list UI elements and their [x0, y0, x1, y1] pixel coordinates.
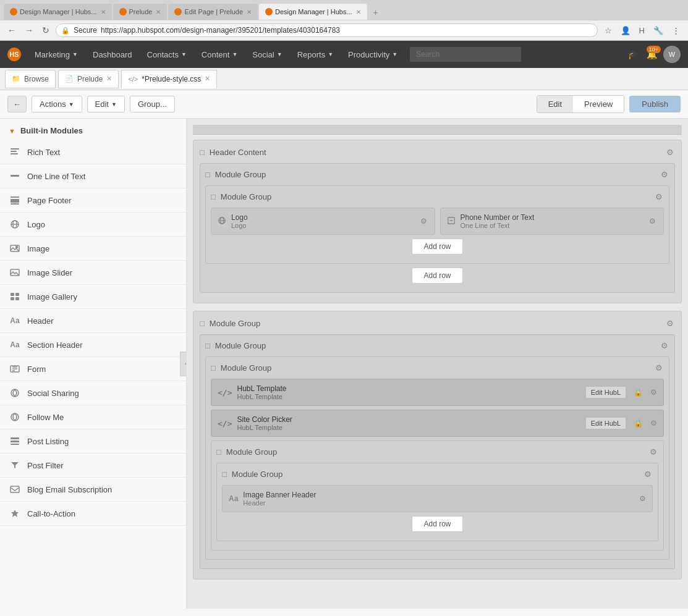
tab-close-2[interactable]: ✕: [156, 9, 161, 15]
publish-button[interactable]: Publish: [629, 96, 681, 112]
sidebar-collapse-handle[interactable]: ‹: [180, 352, 187, 376]
extension-btn-1[interactable]: H: [636, 25, 648, 36]
notification-btn[interactable]: 🔔 10+: [644, 47, 660, 62]
header-content-gear[interactable]: ⚙: [665, 146, 675, 158]
edit-button[interactable]: Edit ▼: [87, 96, 125, 112]
edit-tab-btn[interactable]: Edit: [537, 96, 573, 112]
user-avatar[interactable]: W: [663, 46, 681, 63]
inner-mg-inner-gear[interactable]: ⚙: [654, 362, 664, 374]
sidebar-item-rich-text[interactable]: Rich Text: [0, 140, 186, 164]
back-button[interactable]: ←: [7, 96, 27, 112]
browser-tab-3[interactable]: Edit Page | Prelude ✕: [168, 4, 258, 20]
sidebar-item-cta[interactable]: Call-to-Action: [0, 502, 186, 526]
nested-inner-gear[interactable]: ⚙: [643, 468, 653, 480]
refresh-btn[interactable]: ↻: [40, 24, 52, 36]
image-banner-gear[interactable]: ⚙: [639, 494, 646, 503]
file-tab-css[interactable]: </> *Prelude-style.css ✕: [121, 70, 217, 88]
horizontal-scrollbar[interactable]: [193, 125, 682, 135]
nav-contacts[interactable]: Contacts ▼: [140, 41, 194, 68]
reports-caret-icon: ▼: [328, 51, 333, 57]
nav-content[interactable]: Content ▼: [194, 41, 245, 68]
nested-mg-title: Module Group: [226, 447, 643, 457]
extension-btn-2[interactable]: 🔧: [650, 25, 666, 36]
browser-tab-2[interactable]: Prelude ✕: [113, 4, 168, 20]
nested-add-row-btn[interactable]: Add row: [412, 516, 462, 532]
nav-reports[interactable]: Reports ▼: [290, 41, 341, 68]
inner-add-row-btn[interactable]: Add row: [412, 238, 462, 255]
forward-nav-btn[interactable]: →: [22, 24, 36, 36]
back-nav-btn[interactable]: ←: [5, 24, 19, 36]
sidebar-item-blog-email[interactable]: Blog Email Subscription: [0, 478, 186, 502]
more-btn[interactable]: ⋮: [669, 25, 683, 36]
header-content-icon: □: [200, 148, 205, 157]
site-color-gear[interactable]: ⚙: [650, 419, 657, 428]
edit-preview-toggle: Edit Preview: [537, 95, 625, 113]
account-btn[interactable]: 👤: [618, 25, 634, 36]
sidebar-item-image-gallery[interactable]: Image Gallery: [0, 285, 186, 309]
tab-icon-2: [119, 8, 127, 15]
preview-tab-btn[interactable]: Preview: [573, 96, 624, 112]
image-banner-row[interactable]: Aa Image Banner Header Header ⚙: [222, 485, 653, 512]
nav-marketing[interactable]: Marketing ▼: [27, 41, 85, 68]
browser-tab-4[interactable]: Design Manager | Hubs... ✕: [259, 4, 367, 20]
nav-productivity[interactable]: Productivity ▼: [341, 41, 405, 68]
sidebar-item-form[interactable]: Form: [0, 357, 186, 381]
tab-close-3[interactable]: ✕: [247, 9, 252, 15]
section-header-icon: Aa: [9, 339, 21, 351]
tab-close-4[interactable]: ✕: [356, 9, 361, 15]
svg-rect-15: [11, 297, 14, 300]
url-text: https://app.hubspot.com/design-manager/3…: [101, 26, 340, 35]
editor-toolbar: ← Actions ▼ Edit ▼ Group... Edit Preview…: [0, 90, 688, 119]
address-bar[interactable]: 🔒 Secure https://app.hubspot.com/design-…: [56, 23, 598, 37]
module-group-gear[interactable]: ⚙: [660, 169, 669, 180]
nav-social[interactable]: Social ▼: [245, 41, 289, 68]
new-tab-btn[interactable]: +: [368, 5, 383, 20]
sidebar-item-one-line-text[interactable]: One Line of Text: [0, 164, 186, 188]
sidebar-item-logo[interactable]: Logo: [0, 213, 186, 237]
sidebar-item-image[interactable]: Image: [0, 237, 186, 261]
group-button[interactable]: Group...: [130, 96, 175, 112]
phone-number-cell[interactable]: Phone Number or Text One Line of Text ⚙: [440, 208, 665, 235]
browser-tab-1[interactable]: Design Manager | Hubs... ✕: [4, 4, 112, 20]
help-btn[interactable]: 🎓: [625, 47, 640, 62]
logo-cell-gear[interactable]: ⚙: [419, 216, 428, 227]
bookmark-btn[interactable]: ☆: [601, 25, 615, 36]
site-color-edit-btn[interactable]: Edit HubL: [585, 417, 626, 429]
brand-logo[interactable]: HS: [7, 48, 21, 61]
post-filter-label: Post Filter: [27, 461, 64, 470]
nav-dashboard[interactable]: Dashboard: [85, 41, 140, 68]
sidebar-item-header[interactable]: Aa Header: [0, 309, 186, 333]
outer-add-row-btn[interactable]: Add row: [412, 268, 462, 284]
hubl-template-edit-btn[interactable]: Edit HubL: [585, 386, 626, 399]
hubl-template-gear[interactable]: ⚙: [650, 388, 657, 397]
site-color-lock-icon: 🔒: [634, 419, 643, 428]
file-tab-browse[interactable]: 📁 Browse: [5, 70, 56, 88]
nested-mg-gear[interactable]: ⚙: [648, 446, 658, 458]
sidebar-item-page-footer[interactable]: Page Footer: [0, 188, 186, 213]
sidebar-item-post-filter[interactable]: Post Filter: [0, 454, 186, 478]
logo-cell[interactable]: Logo Logo ⚙: [211, 208, 435, 235]
hubl-template-name: HubL Template: [237, 384, 580, 393]
tab-icon-3: [174, 8, 182, 15]
inner-module-group-gear[interactable]: ⚙: [654, 191, 664, 203]
svg-rect-5: [11, 199, 19, 203]
content-caret-icon: ▼: [232, 51, 237, 57]
sidebar-item-post-listing[interactable]: Post Listing: [0, 429, 186, 454]
module-group-2-inner: □ Module Group ⚙ □ Module Group ⚙ </> Hu…: [200, 334, 675, 569]
prelude-tab-close[interactable]: ✕: [106, 75, 112, 83]
sidebar-item-social-sharing[interactable]: Social Sharing: [0, 381, 186, 405]
tab-icon-1: [10, 8, 17, 15]
phone-cell-gear[interactable]: ⚙: [648, 216, 657, 227]
nav-search-input[interactable]: [410, 47, 521, 62]
actions-button[interactable]: Actions ▼: [32, 96, 82, 112]
sidebar-item-image-slider[interactable]: Image Slider: [0, 261, 186, 285]
sidebar-item-follow-me[interactable]: Follow Me: [0, 405, 186, 429]
inner-module-group-title: Module Group: [221, 192, 649, 201]
inner-mg-gear[interactable]: ⚙: [660, 340, 669, 352]
sidebar-item-section-header[interactable]: Aa Section Header: [0, 333, 186, 357]
css-tab-close[interactable]: ✕: [205, 75, 210, 83]
site-color-name: Site Color Picker: [237, 415, 580, 424]
module-group-2-gear[interactable]: ⚙: [665, 318, 675, 329]
file-tab-prelude[interactable]: 📄 Prelude ✕: [58, 70, 119, 88]
tab-close-1[interactable]: ✕: [101, 9, 106, 15]
